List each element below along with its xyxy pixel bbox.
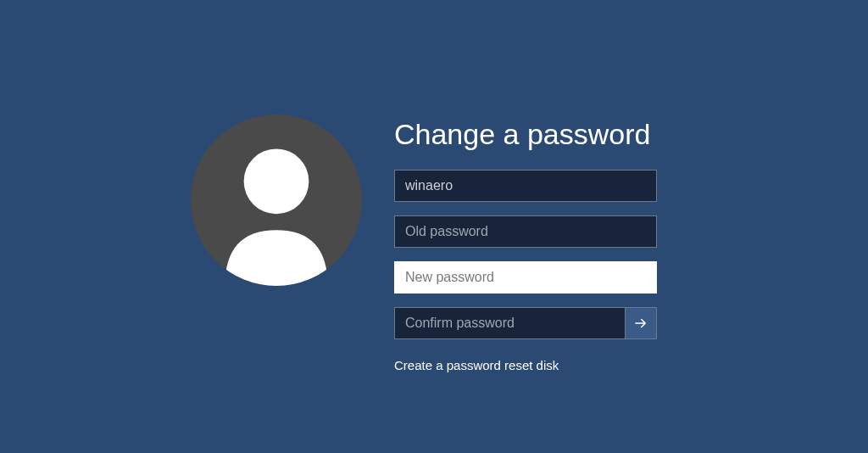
change-password-panel: Change a password Create a password rese… — [191, 115, 657, 372]
arrow-right-icon — [633, 316, 648, 331]
svg-point-1 — [244, 148, 309, 214]
user-icon — [191, 115, 362, 286]
new-password-field[interactable] — [394, 261, 657, 294]
username-field[interactable] — [394, 170, 657, 202]
submit-button[interactable] — [625, 307, 657, 339]
old-password-field[interactable] — [394, 215, 657, 248]
form-area: Change a password Create a password rese… — [394, 115, 657, 372]
confirm-password-field[interactable] — [394, 307, 625, 339]
user-avatar — [191, 115, 362, 286]
reset-disk-link[interactable]: Create a password reset disk — [394, 358, 657, 372]
confirm-row — [394, 307, 657, 339]
page-title: Change a password — [394, 118, 657, 151]
